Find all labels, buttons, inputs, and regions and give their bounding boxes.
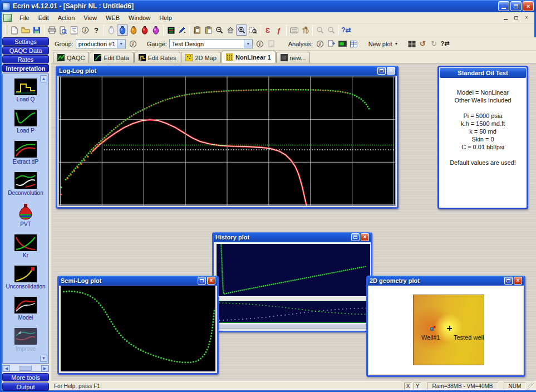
standard-oil-test-window[interactable]: Standard Oil Test Model = NonLinear Othe…: [437, 66, 528, 209]
tool-model[interactable]: Model: [3, 297, 48, 321]
scroll-down-button[interactable]: ▼: [40, 355, 47, 362]
semilog-plot-body[interactable]: [61, 286, 215, 371]
mdi-minimize-button[interactable]: [501, 14, 510, 22]
resize-grip[interactable]: [528, 383, 534, 389]
undo-button[interactable]: ↺: [419, 40, 427, 48]
paste-clipboard-button[interactable]: [203, 24, 214, 36]
loglog-plot-window[interactable]: Log-Log plot ×: [56, 66, 399, 209]
group-info-button[interactable]: i: [128, 39, 138, 49]
sidebar-horizontal-scrollbar[interactable]: ◀ ▶: [2, 365, 49, 372]
history-pressure-panel[interactable]: [216, 243, 371, 297]
what-is-this-button[interactable]: ?⇄: [441, 40, 450, 48]
keyboard-button[interactable]: [288, 24, 299, 36]
menu-edit[interactable]: Edit: [34, 13, 53, 22]
menu-view[interactable]: View: [79, 13, 101, 22]
tool-kr[interactable]: Kr: [3, 234, 48, 258]
scroll-left-button[interactable]: ◀: [3, 365, 10, 371]
print-preview-button[interactable]: [57, 24, 68, 36]
menu-help[interactable]: Help: [155, 13, 176, 22]
redo-button[interactable]: ↻: [430, 40, 439, 48]
copy-clipboard-button[interactable]: [191, 24, 203, 36]
document-icon[interactable]: [3, 14, 12, 22]
reservoir-map[interactable]: Well#1 Tested well: [413, 295, 484, 365]
tab-edit-data[interactable]: Edit Data: [90, 52, 133, 63]
sidebar-item-rates[interactable]: Rates: [2, 55, 49, 63]
maximize-button[interactable]: [351, 233, 360, 241]
tool-unconsolidation[interactable]: Unconsolidation: [3, 266, 48, 290]
zoom-window-button[interactable]: [247, 24, 258, 36]
semilog-plot-window[interactable]: Semi-Log plot ×: [57, 276, 219, 375]
tab-2d-map[interactable]: 2D Map: [181, 52, 221, 63]
close-button[interactable]: ×: [387, 67, 395, 75]
close-button[interactable]: ×: [523, 1, 534, 11]
tab-edit-rates[interactable]: Edit Rates: [134, 52, 181, 63]
gem-saphir-button[interactable]: [117, 24, 128, 36]
menu-window[interactable]: Window: [124, 13, 155, 22]
edit-pen-button[interactable]: [176, 24, 188, 36]
zoom-home-button[interactable]: [225, 24, 236, 36]
semilog-plot-titlebar[interactable]: Semi-Log plot ×: [59, 276, 217, 286]
analysis-table-button[interactable]: [350, 40, 358, 48]
history-plot-window[interactable]: History plot ×: [212, 232, 372, 332]
next-zoom-button[interactable]: [326, 24, 337, 36]
report-lines-button[interactable]: [165, 24, 176, 36]
geometry-plot-window[interactable]: 2D geometry plot × Well#1: [366, 276, 525, 377]
geometry-plot-titlebar[interactable]: 2D geometry plot ×: [368, 276, 524, 286]
new-plot-button[interactable]: New plot: [368, 41, 392, 47]
analysis-info-button[interactable]: i: [315, 39, 325, 49]
tool-improve[interactable]: Improve: [3, 328, 48, 352]
maximize-button[interactable]: [198, 277, 206, 285]
loglog-plot-titlebar[interactable]: Log-Log plot ×: [57, 66, 397, 76]
new-plot-dropdown-icon[interactable]: ▼: [395, 42, 399, 46]
history-plot-scroll-strip[interactable]: [216, 325, 371, 329]
tool-pvt[interactable]: PVT: [3, 203, 48, 227]
menu-action[interactable]: Action: [53, 13, 80, 22]
tool-extract-dp[interactable]: Extract dP: [3, 141, 48, 165]
pan-hand-button[interactable]: [299, 24, 311, 36]
gem-amethyste-button[interactable]: [150, 24, 161, 36]
well1-marker[interactable]: [429, 325, 437, 332]
scrollbar-thumb[interactable]: [19, 366, 32, 371]
zoom-in-button[interactable]: [236, 24, 247, 36]
history-plot-titlebar[interactable]: History plot ×: [214, 232, 371, 242]
toolbar-grip[interactable]: [6, 25, 7, 35]
report-button[interactable]: [68, 24, 80, 36]
gem-diamant-button[interactable]: [106, 24, 117, 36]
chevron-down-icon[interactable]: ▼: [244, 40, 252, 48]
maximize-button[interactable]: [504, 277, 513, 285]
minimize-button[interactable]: [498, 1, 509, 11]
context-help-button[interactable]: ?⇄: [341, 24, 352, 36]
title-bar[interactable]: Ecrin v4.12.01 - [Saphir NL : Untitled6]…: [0, 0, 536, 12]
sidebar-item-settings[interactable]: Settings: [2, 37, 49, 46]
close-button[interactable]: ×: [514, 277, 522, 285]
analysis-status-indicator[interactable]: [338, 40, 347, 48]
help-button[interactable]: ?: [91, 24, 102, 36]
output-button[interactable]: Output: [2, 383, 49, 391]
close-button[interactable]: ×: [207, 277, 215, 285]
group-combobox[interactable]: production #1 ▼: [76, 39, 126, 48]
tab-qaqc[interactable]: QAQC: [53, 52, 89, 63]
zoom-out-button[interactable]: [214, 24, 225, 36]
mdi-restore-button[interactable]: [512, 14, 520, 22]
gem-topaze-button[interactable]: [128, 24, 139, 36]
tool-deconvolution[interactable]: Deconvolution: [3, 172, 48, 196]
sidebar-item-qaqc-data[interactable]: QAQC Data: [2, 46, 49, 55]
tool-load-p[interactable]: Load P: [3, 110, 48, 134]
scroll-up-button[interactable]: ▲: [40, 75, 47, 82]
gauge-edit-button[interactable]: [267, 40, 276, 48]
gauge-info-button[interactable]: i: [255, 39, 265, 49]
print-button[interactable]: [46, 24, 57, 36]
menu-web[interactable]: WEB: [101, 13, 124, 22]
function-tool-button[interactable]: ƒ: [273, 24, 284, 36]
prev-zoom-button[interactable]: [314, 24, 326, 36]
sidebar-item-interpretation[interactable]: Interpretation: [2, 64, 49, 72]
loglog-plot-body[interactable]: [58, 76, 396, 206]
gauge-combobox[interactable]: Test Design ▼: [169, 39, 253, 48]
maximize-button[interactable]: [510, 1, 522, 11]
history-rate-panel[interactable]: [216, 300, 371, 324]
scroll-right-button[interactable]: ▶: [41, 365, 48, 371]
tab-nonlinear-1[interactable]: NonLinear 1: [222, 51, 276, 63]
open-file-button[interactable]: [20, 24, 31, 36]
copy-analysis-button[interactable]: [327, 40, 336, 48]
info-button[interactable]: i: [80, 24, 91, 36]
